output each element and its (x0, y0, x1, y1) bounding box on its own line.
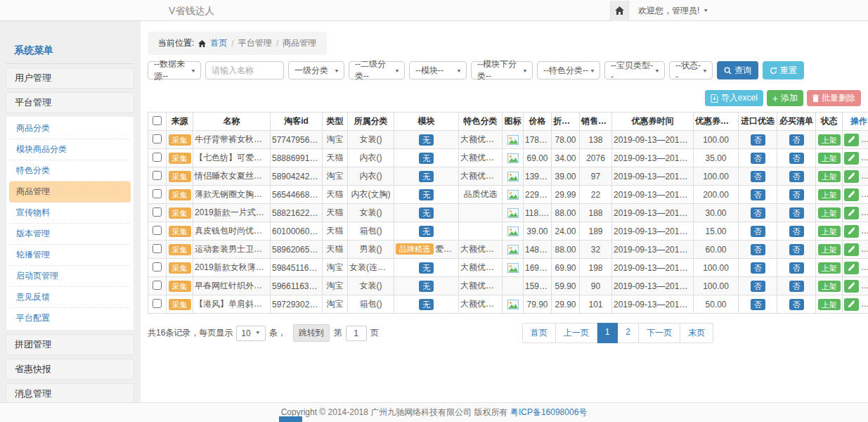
edit-button[interactable] (844, 207, 859, 219)
edit-button[interactable] (844, 280, 859, 293)
sidebar-item[interactable]: 特色分类 (9, 160, 131, 181)
import-pick-badge[interactable]: 否 (751, 299, 765, 310)
sidebar-item[interactable]: 平台配置 (9, 308, 131, 328)
must-buy-badge[interactable]: 否 (789, 171, 804, 182)
sidebar-item[interactable]: 模块商品分类 (9, 139, 131, 160)
must-buy-badge[interactable]: 否 (789, 262, 804, 274)
user-menu[interactable]: 欢迎您，管理员! ▼ (638, 5, 708, 17)
status-badge[interactable]: 上架 (818, 262, 841, 274)
filter-select[interactable]: --模块下分类--▼ (471, 61, 533, 79)
page-button[interactable]: 首页 (522, 323, 556, 343)
import-pick-badge[interactable]: 否 (751, 153, 765, 164)
sidebar-item[interactable]: 宣传物料 (9, 203, 131, 224)
import-pick-cell: 否 (739, 241, 777, 259)
row-checkbox[interactable] (153, 244, 162, 253)
row-checkbox[interactable] (153, 171, 162, 180)
sidebar-group[interactable]: 省惠快报 (6, 359, 134, 380)
status-badge[interactable]: 上架 (818, 207, 841, 219)
edit-button[interactable] (844, 225, 859, 238)
edit-button[interactable] (844, 298, 859, 311)
page-size-select[interactable]: 10 ▼ (236, 326, 265, 341)
page-button[interactable]: 2 (618, 323, 639, 343)
sidebar-item[interactable]: 启动页管理 (9, 266, 131, 287)
must-buy-badge[interactable]: 否 (789, 226, 804, 237)
row-checkbox[interactable] (153, 189, 162, 198)
edit-button[interactable] (844, 188, 859, 201)
sidebar-item[interactable]: 轮播管理 (9, 245, 131, 266)
status-badge[interactable]: 上架 (818, 226, 841, 237)
sidebar-item[interactable]: 商品管理 (9, 181, 131, 203)
query-button[interactable]: 查询 (717, 61, 758, 79)
coupon-amount-cell: 100.00 (694, 131, 739, 149)
reset-button[interactable]: 重置 (763, 61, 804, 79)
sidebar-group[interactable]: 拼团管理 (6, 334, 134, 355)
row-checkbox[interactable] (153, 134, 162, 143)
icp-link[interactable]: 粤ICP备16098006号 (510, 407, 587, 417)
filter-select[interactable]: --特色分类--▼ (537, 61, 600, 79)
import-pick-badge[interactable]: 否 (751, 189, 765, 200)
jump-page-input[interactable] (346, 326, 367, 341)
sidebar-group[interactable]: 平台管理 (6, 92, 134, 113)
sidebar-item[interactable]: 版本管理 (9, 224, 131, 245)
sidebar-item[interactable]: 商品分类 (9, 118, 131, 139)
row-checkbox[interactable] (153, 299, 162, 308)
filter-select[interactable]: 一级分类▼ (288, 61, 344, 79)
row-checkbox[interactable] (153, 153, 162, 162)
status-badge[interactable]: 上架 (818, 189, 841, 200)
status-badge[interactable]: 上架 (818, 134, 841, 146)
sidebar-item[interactable]: 意见反馈 (9, 287, 131, 308)
page-button[interactable]: 1 (597, 323, 618, 343)
edit-button[interactable] (844, 262, 859, 274)
filter-select[interactable]: --状态--▼ (669, 61, 713, 79)
must-buy-badge[interactable]: 否 (789, 153, 804, 164)
must-buy-badge[interactable]: 否 (789, 207, 804, 219)
breadcrumb-separator: / (276, 39, 278, 49)
jump-button[interactable]: 跳转到 (293, 324, 330, 342)
row-checkbox[interactable] (153, 281, 162, 290)
page-button[interactable]: 末页 (680, 323, 713, 343)
status-badge[interactable]: 上架 (818, 281, 841, 292)
must-buy-badge[interactable]: 否 (789, 299, 804, 310)
name-search-input[interactable] (205, 61, 284, 79)
must-buy-badge[interactable]: 否 (789, 189, 804, 200)
status-cell: 上架 (816, 259, 843, 277)
row-checkbox[interactable] (153, 262, 162, 271)
import-pick-badge[interactable]: 否 (751, 134, 765, 146)
import-pick-badge[interactable]: 否 (751, 281, 765, 292)
filter-select[interactable]: --模块--▼ (409, 61, 467, 79)
batch-delete-button[interactable]: 批量删除 (807, 90, 861, 106)
edit-button[interactable] (844, 170, 859, 183)
import-pick-badge[interactable]: 否 (751, 262, 765, 274)
coupon-time-cell: 2019-09-13—2019-09-15 (612, 241, 694, 259)
filter-select[interactable]: --宝贝类型--▼ (604, 61, 665, 79)
row-select-cell (148, 295, 167, 314)
edit-button[interactable] (844, 243, 859, 256)
sidebar-group[interactable]: 消息管理 (6, 383, 134, 404)
breadcrumb-home-link[interactable]: 首页 (210, 37, 227, 49)
must-buy-badge[interactable]: 否 (789, 281, 804, 292)
status-cell: 上架 (816, 222, 843, 241)
edit-button[interactable] (844, 152, 859, 165)
sidebar-group[interactable]: 用户管理 (6, 68, 134, 89)
import-pick-badge[interactable]: 否 (751, 244, 765, 255)
select-all-checkbox[interactable] (153, 116, 162, 125)
status-badge[interactable]: 上架 (818, 171, 841, 182)
edit-button[interactable] (844, 134, 859, 146)
must-buy-badge[interactable]: 否 (789, 134, 804, 146)
must-buy-badge[interactable]: 否 (789, 244, 804, 255)
import-excel-button[interactable]: 导入excel (705, 90, 763, 106)
add-button[interactable]: + 添加 (767, 90, 803, 106)
import-pick-badge[interactable]: 否 (751, 207, 765, 219)
status-badge[interactable]: 上架 (818, 299, 841, 310)
filter-select[interactable]: --二级分类--▼ (349, 61, 405, 79)
page-button[interactable]: 下一页 (639, 323, 680, 343)
status-badge[interactable]: 上架 (818, 153, 841, 164)
filter-select[interactable]: --数据来源--▼ (148, 61, 201, 79)
page-button[interactable]: 上一页 (556, 323, 597, 343)
import-pick-badge[interactable]: 否 (751, 226, 765, 237)
row-checkbox[interactable] (153, 207, 162, 217)
home-button[interactable] (610, 1, 629, 21)
row-checkbox[interactable] (153, 226, 162, 235)
status-badge[interactable]: 上架 (818, 244, 841, 255)
import-pick-badge[interactable]: 否 (751, 171, 765, 182)
